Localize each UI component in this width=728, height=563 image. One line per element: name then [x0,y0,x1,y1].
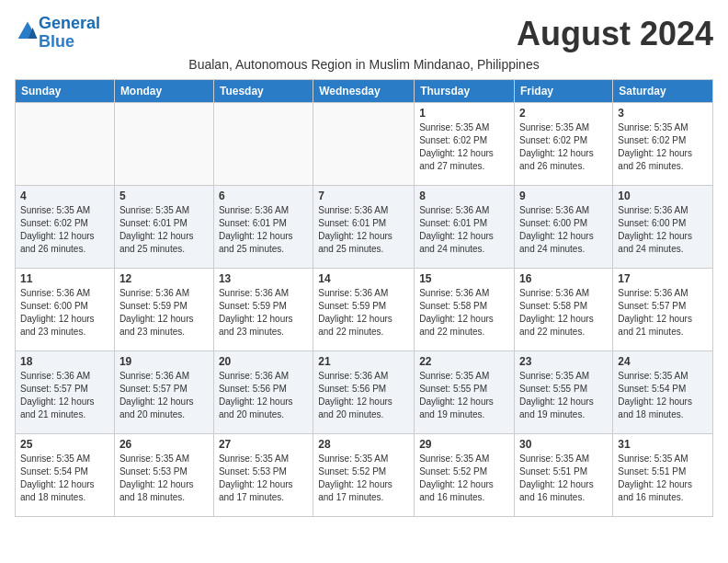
day-info: Sunrise: 5:36 AMSunset: 5:59 PMDaylight:… [119,287,209,339]
day-number: 28 [318,438,409,451]
day-info: Sunrise: 5:36 AMSunset: 5:58 PMDaylight:… [519,287,608,339]
calendar-day-16: 16Sunrise: 5:36 AMSunset: 5:58 PMDayligh… [515,269,613,351]
calendar-day-empty [114,103,213,186]
day-number: 24 [618,355,708,368]
day-info: Sunrise: 5:35 AMSunset: 5:54 PMDaylight:… [618,370,708,421]
calendar-day-25: 25Sunrise: 5:35 AMSunset: 5:54 PMDayligh… [16,434,115,517]
calendar-day-2: 2Sunrise: 5:35 AMSunset: 6:02 PMDaylight… [515,103,613,186]
day-number: 8 [419,190,509,202]
day-info: Sunrise: 5:36 AMSunset: 5:58 PMDaylight:… [419,287,509,339]
calendar-day-12: 12Sunrise: 5:36 AMSunset: 5:59 PMDayligh… [114,269,213,351]
calendar-day-10: 10Sunrise: 5:36 AMSunset: 6:00 PMDayligh… [613,186,713,269]
day-info: Sunrise: 5:36 AMSunset: 5:56 PMDaylight:… [219,370,308,421]
calendar-day-23: 23Sunrise: 5:35 AMSunset: 5:55 PMDayligh… [515,351,613,434]
day-number: 21 [318,355,409,368]
calendar-day-15: 15Sunrise: 5:36 AMSunset: 5:58 PMDayligh… [415,269,515,351]
day-info: Sunrise: 5:36 AMSunset: 5:57 PMDaylight:… [20,370,109,421]
day-info: Sunrise: 5:36 AMSunset: 5:57 PMDaylight:… [618,287,708,339]
day-number: 10 [618,190,708,202]
day-number: 9 [519,190,608,202]
calendar-day-19: 19Sunrise: 5:36 AMSunset: 5:57 PMDayligh… [114,351,213,434]
calendar-week-row: 1Sunrise: 5:35 AMSunset: 6:02 PMDaylight… [16,103,713,186]
day-info: Sunrise: 5:36 AMSunset: 6:00 PMDaylight:… [618,204,708,256]
calendar-day-3: 3Sunrise: 5:35 AMSunset: 6:02 PMDaylight… [613,103,713,186]
day-of-week-monday: Monday [114,80,213,103]
day-info: Sunrise: 5:36 AMSunset: 6:01 PMDaylight:… [219,204,308,256]
logo: General Blue [15,15,100,52]
day-number: 18 [20,355,109,368]
calendar-day-18: 18Sunrise: 5:36 AMSunset: 5:57 PMDayligh… [16,351,115,434]
calendar-week-row: 11Sunrise: 5:36 AMSunset: 6:00 PMDayligh… [16,269,713,351]
day-number: 25 [20,438,109,451]
day-number: 19 [119,355,209,368]
day-info: Sunrise: 5:35 AMSunset: 6:02 PMDaylight:… [20,204,109,256]
calendar-day-14: 14Sunrise: 5:36 AMSunset: 5:59 PMDayligh… [313,269,415,351]
day-info: Sunrise: 5:35 AMSunset: 5:51 PMDaylight:… [618,453,708,504]
calendar-day-31: 31Sunrise: 5:35 AMSunset: 5:51 PMDayligh… [613,434,713,517]
day-info: Sunrise: 5:35 AMSunset: 6:02 PMDaylight:… [519,121,608,173]
calendar-day-empty [16,103,115,186]
calendar-day-8: 8Sunrise: 5:36 AMSunset: 6:01 PMDaylight… [415,186,515,269]
day-number: 5 [119,190,209,202]
day-info: Sunrise: 5:35 AMSunset: 5:55 PMDaylight:… [519,370,608,421]
calendar-week-row: 18Sunrise: 5:36 AMSunset: 5:57 PMDayligh… [16,351,713,434]
day-info: Sunrise: 5:36 AMSunset: 5:57 PMDaylight:… [119,370,209,421]
day-number: 3 [618,107,708,120]
day-number: 14 [318,272,409,285]
day-info: Sunrise: 5:36 AMSunset: 6:01 PMDaylight:… [318,204,409,256]
day-of-week-tuesday: Tuesday [213,80,313,103]
calendar-day-7: 7Sunrise: 5:36 AMSunset: 6:01 PMDaylight… [313,186,415,269]
day-info: Sunrise: 5:35 AMSunset: 5:52 PMDaylight:… [419,453,509,504]
calendar-day-27: 27Sunrise: 5:35 AMSunset: 5:53 PMDayligh… [213,434,313,517]
calendar-header-row: SundayMondayTuesdayWednesdayThursdayFrid… [16,80,713,103]
calendar-day-5: 5Sunrise: 5:35 AMSunset: 6:01 PMDaylight… [114,186,213,269]
day-info: Sunrise: 5:35 AMSunset: 5:52 PMDaylight:… [318,453,409,504]
calendar-day-17: 17Sunrise: 5:36 AMSunset: 5:57 PMDayligh… [613,269,713,351]
day-number: 15 [419,272,509,285]
day-number: 27 [219,438,308,451]
calendar-day-26: 26Sunrise: 5:35 AMSunset: 5:53 PMDayligh… [114,434,213,517]
calendar-day-13: 13Sunrise: 5:36 AMSunset: 5:59 PMDayligh… [213,269,313,351]
calendar-week-row: 4Sunrise: 5:35 AMSunset: 6:02 PMDaylight… [16,186,713,269]
calendar-day-22: 22Sunrise: 5:35 AMSunset: 5:55 PMDayligh… [415,351,515,434]
day-number: 2 [519,107,608,120]
day-of-week-friday: Friday [515,80,613,103]
day-of-week-thursday: Thursday [415,80,515,103]
day-number: 26 [119,438,209,451]
subtitle: Bualan, Autonomous Region in Muslim Mind… [15,57,713,72]
day-of-week-wednesday: Wednesday [313,80,415,103]
calendar-day-empty [313,103,415,186]
day-info: Sunrise: 5:35 AMSunset: 6:02 PMDaylight:… [618,121,708,173]
logo-icon [17,20,39,42]
day-info: Sunrise: 5:35 AMSunset: 5:51 PMDaylight:… [519,453,608,504]
calendar-day-11: 11Sunrise: 5:36 AMSunset: 6:00 PMDayligh… [16,269,115,351]
day-info: Sunrise: 5:35 AMSunset: 6:02 PMDaylight:… [419,121,509,173]
day-number: 12 [119,272,209,285]
calendar-day-30: 30Sunrise: 5:35 AMSunset: 5:51 PMDayligh… [515,434,613,517]
day-number: 7 [318,190,409,202]
day-info: Sunrise: 5:36 AMSunset: 5:56 PMDaylight:… [318,370,409,421]
calendar-day-21: 21Sunrise: 5:36 AMSunset: 5:56 PMDayligh… [313,351,415,434]
day-number: 30 [519,438,608,451]
day-number: 13 [219,272,308,285]
day-number: 4 [20,190,109,202]
day-number: 31 [618,438,708,451]
day-number: 22 [419,355,509,368]
day-info: Sunrise: 5:35 AMSunset: 6:01 PMDaylight:… [119,204,209,256]
day-number: 17 [618,272,708,285]
calendar-day-6: 6Sunrise: 5:36 AMSunset: 6:01 PMDaylight… [213,186,313,269]
day-number: 16 [519,272,608,285]
logo-text: General Blue [39,15,100,52]
day-info: Sunrise: 5:36 AMSunset: 5:59 PMDaylight:… [318,287,409,339]
calendar-day-29: 29Sunrise: 5:35 AMSunset: 5:52 PMDayligh… [415,434,515,517]
calendar-day-28: 28Sunrise: 5:35 AMSunset: 5:52 PMDayligh… [313,434,415,517]
day-number: 11 [20,272,109,285]
calendar-day-1: 1Sunrise: 5:35 AMSunset: 6:02 PMDaylight… [415,103,515,186]
calendar-day-4: 4Sunrise: 5:35 AMSunset: 6:02 PMDaylight… [16,186,115,269]
day-number: 23 [519,355,608,368]
day-number: 6 [219,190,308,202]
calendar-day-empty [213,103,313,186]
day-number: 1 [419,107,509,120]
day-number: 29 [419,438,509,451]
calendar-day-24: 24Sunrise: 5:35 AMSunset: 5:54 PMDayligh… [613,351,713,434]
